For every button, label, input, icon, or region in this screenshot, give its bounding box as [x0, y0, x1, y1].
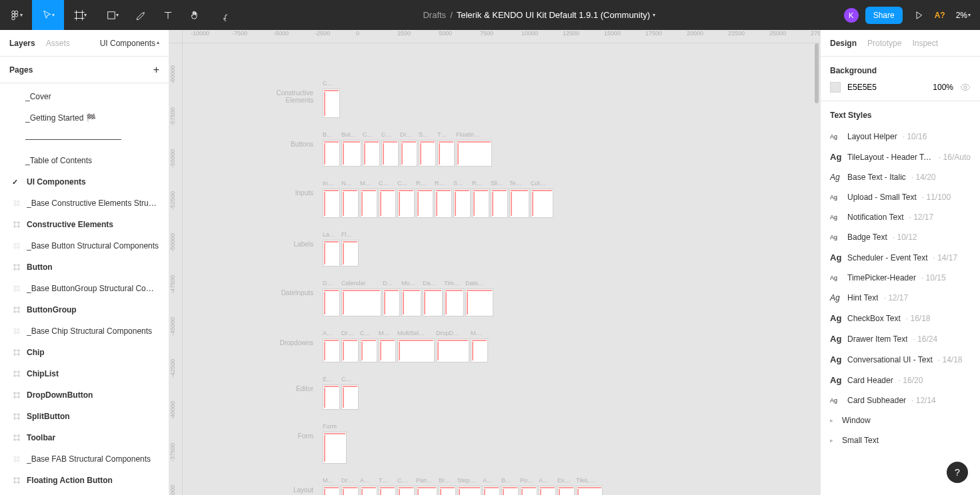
- tab-prototype[interactable]: Prototype: [867, 39, 901, 48]
- frame-thumbnail[interactable]: [341, 288, 381, 316]
- frame-thumbnail[interactable]: [436, 338, 469, 362]
- canvas-frame[interactable]: Col…: [531, 180, 553, 218]
- text-style-item[interactable]: AgUpload - Small Text · 11/100: [821, 187, 980, 207]
- text-style-item[interactable]: AgBase Text - Italic · 14/20: [821, 167, 980, 187]
- canvas-frame[interactable]: C…: [397, 477, 415, 495]
- frame-thumbnail[interactable]: [416, 486, 437, 495]
- canvas-frame[interactable]: A…: [323, 330, 340, 362]
- frame-thumbnail[interactable]: [323, 486, 340, 495]
- text-style-item[interactable]: AgScheduler - Event Text · 14/17: [821, 247, 980, 268]
- text-style-item[interactable]: AgLayout Helper · 10/16: [821, 127, 980, 147]
- frame-thumbnail[interactable]: [401, 288, 421, 316]
- layer-item[interactable]: _Base Input Structural Components: [0, 491, 169, 495]
- canvas-frame[interactable]: D…: [383, 280, 400, 316]
- comment-tool-button[interactable]: [208, 0, 235, 30]
- text-tool-button[interactable]: [155, 0, 181, 30]
- user-avatar[interactable]: K: [844, 8, 859, 23]
- canvas-frame[interactable]: C…: [360, 330, 377, 362]
- move-tool-button[interactable]: ▾: [32, 0, 64, 30]
- frame-thumbnail[interactable]: [323, 189, 340, 218]
- canvas[interactable]: -10000-7500-5000-25000250050007500100001…: [169, 30, 820, 495]
- frame-thumbnail[interactable]: [360, 189, 377, 218]
- page-item[interactable]: UI Components: [0, 171, 169, 193]
- canvas-frame[interactable]: TileL…: [576, 477, 603, 495]
- frame-thumbnail[interactable]: [341, 140, 361, 167]
- frame-thumbnail[interactable]: [323, 432, 347, 464]
- frame-thumbnail[interactable]: [397, 189, 415, 218]
- frame-thumbnail[interactable]: [453, 189, 471, 218]
- canvas-frame[interactable]: Dr…: [341, 330, 359, 362]
- page-item[interactable]: ————————————: [0, 129, 169, 150]
- figma-menu-button[interactable]: ▾: [0, 0, 32, 30]
- canvas-frame[interactable]: C…: [379, 180, 396, 218]
- canvas-frame[interactable]: Mu…: [401, 280, 421, 316]
- frame-thumbnail[interactable]: [323, 338, 340, 362]
- frame-thumbnail[interactable]: [444, 288, 464, 316]
- canvas-frame[interactable]: C…: [323, 80, 340, 118]
- present-button[interactable]: [909, 0, 928, 30]
- frame-thumbnail[interactable]: [520, 486, 537, 495]
- canvas-frame[interactable]: R…: [416, 180, 433, 218]
- canvas-frame[interactable]: In…: [323, 180, 340, 218]
- layer-item[interactable]: Button: [0, 256, 169, 278]
- canvas-frame[interactable]: D…: [323, 280, 340, 316]
- canvas-frame[interactable]: N…: [341, 180, 359, 218]
- canvas-frame[interactable]: B…: [323, 131, 340, 167]
- canvas-frame[interactable]: Po…: [520, 477, 537, 495]
- text-style-item[interactable]: ▸Window: [821, 410, 980, 430]
- background-swatch[interactable]: [830, 82, 841, 93]
- canvas-frame[interactable]: Floatin…: [456, 131, 492, 167]
- frame-thumbnail[interactable]: [383, 288, 400, 316]
- canvas-frame[interactable]: B…: [501, 477, 519, 495]
- breadcrumb-root[interactable]: Drafts: [423, 10, 446, 20]
- hand-tool-button[interactable]: [181, 0, 208, 30]
- layer-item[interactable]: _Base Button Structural Components: [0, 235, 169, 256]
- layer-item[interactable]: ButtonGroup: [0, 299, 169, 320]
- canvas-frame[interactable]: S…: [453, 180, 471, 218]
- canvas-frame[interactable]: Form: [323, 423, 347, 464]
- canvas-frame[interactable]: M…: [360, 180, 377, 218]
- text-styles-list[interactable]: AgLayout Helper · 10/16AgTileLayout - He…: [821, 127, 980, 495]
- left-sidebar-scroll[interactable]: _Cover_Getting Started 🏁————————————_Tab…: [0, 83, 169, 495]
- tab-layers[interactable]: Layers: [9, 39, 35, 48]
- frame-thumbnail[interactable]: [419, 140, 436, 167]
- page-dropdown[interactable]: UI Components ▾: [100, 39, 159, 48]
- tab-assets[interactable]: Assets: [46, 39, 70, 48]
- frame-thumbnail[interactable]: [509, 189, 529, 218]
- frame-thumbnail[interactable]: [423, 288, 443, 316]
- canvas-frame[interactable]: Te…: [509, 180, 529, 218]
- canvas-frame[interactable]: M…: [471, 330, 488, 362]
- tab-inspect[interactable]: Inspect: [912, 39, 938, 48]
- canvas-frame[interactable]: Fl…: [341, 231, 359, 266]
- canvas-frame[interactable]: Pan…: [416, 477, 437, 495]
- text-style-item[interactable]: AgTileLayout - Header Text · 16/Auto: [821, 147, 980, 167]
- frame-thumbnail[interactable]: [397, 486, 415, 495]
- canvas-frame[interactable]: DropD…: [436, 330, 469, 362]
- frame-thumbnail[interactable]: [379, 486, 396, 495]
- frame-thumbnail[interactable]: [341, 189, 359, 218]
- text-style-item[interactable]: AgCard Subheader · 12/14: [821, 390, 980, 410]
- canvas-frame[interactable]: Sli…: [491, 180, 508, 218]
- canvas-scrollbar-vertical[interactable]: [815, 43, 819, 103]
- visibility-toggle-icon[interactable]: [960, 82, 971, 93]
- canvas-frame[interactable]: T…: [379, 477, 396, 495]
- canvas-frame[interactable]: But…: [341, 131, 361, 167]
- help-button[interactable]: ?: [947, 462, 968, 483]
- layer-item[interactable]: Toolbar: [0, 427, 169, 448]
- frame-thumbnail[interactable]: [379, 338, 396, 362]
- text-style-item[interactable]: AgTimePicker-Header · 10/15: [821, 268, 980, 288]
- document-title[interactable]: Telerik & KENDO UI Kit Default 1.9.1 (Co…: [457, 10, 650, 20]
- missing-fonts-badge[interactable]: A?: [935, 11, 945, 20]
- frame-thumbnail[interactable]: [379, 189, 396, 218]
- frame-thumbnail[interactable]: [416, 189, 433, 218]
- frame-thumbnail[interactable]: [323, 140, 340, 167]
- canvas-frame[interactable]: Ex…: [557, 477, 575, 495]
- frame-thumbnail[interactable]: [323, 240, 340, 266]
- frame-thumbnail[interactable]: [435, 189, 452, 218]
- pen-tool-button[interactable]: [128, 0, 155, 30]
- frame-thumbnail[interactable]: [360, 486, 377, 495]
- frame-thumbnail[interactable]: [341, 240, 359, 266]
- canvas-frame[interactable]: C…: [363, 131, 380, 167]
- canvas-frame[interactable]: C…: [341, 376, 359, 410]
- layer-item[interactable]: Chip: [0, 342, 169, 363]
